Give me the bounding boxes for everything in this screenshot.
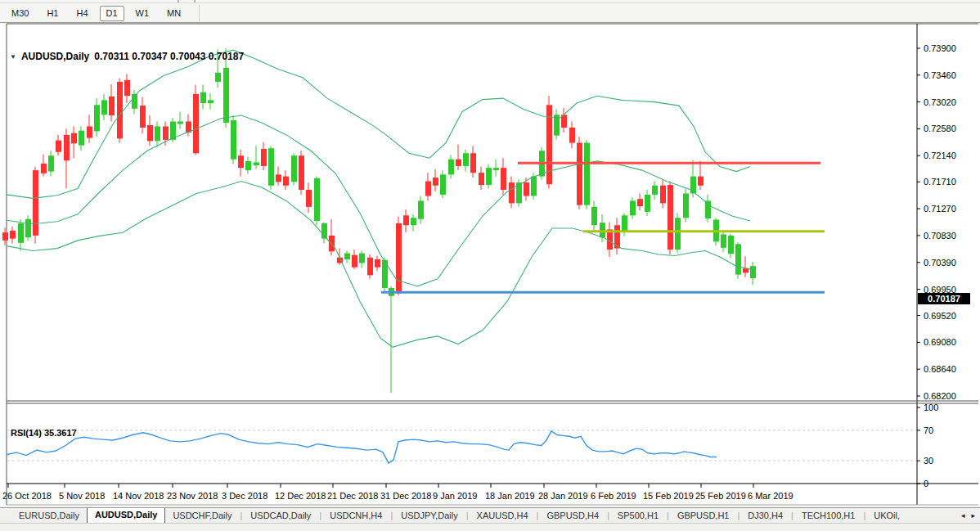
tab-dj30-h4[interactable]: DJ30,H4 xyxy=(740,509,790,523)
candle-body-down xyxy=(64,135,70,160)
candle-body-down xyxy=(668,185,673,250)
candle-body-down xyxy=(147,125,153,141)
date-axis-label: 6 Feb 2019 xyxy=(591,491,636,501)
candle-body-down xyxy=(71,133,77,144)
candle-body-up xyxy=(254,162,259,165)
date-axis-label: 9 Jan 2019 xyxy=(433,491,477,501)
candle-body-up xyxy=(48,155,54,171)
candle-body-down xyxy=(329,236,335,251)
chart-symbol-label: AUDUSD,Daily xyxy=(21,51,89,62)
candle-body-down xyxy=(403,215,409,225)
price-axis-label: 0.73460 xyxy=(924,70,956,80)
price-axis-label: 0.71270 xyxy=(924,204,956,214)
tab-xauusd-h4[interactable]: XAUUSD,H4 xyxy=(470,509,536,523)
candle-body-down xyxy=(299,155,304,190)
date-axis[interactable]: 26 Oct 20185 Nov 201814 Nov 201823 Nov 2… xyxy=(2,484,793,501)
candle-body-down xyxy=(117,82,123,138)
candle-body-up xyxy=(531,177,537,196)
candle-body-up xyxy=(675,218,681,250)
candle-body-down xyxy=(433,178,438,186)
candle-body-down xyxy=(193,94,199,153)
date-axis-label: 5 Nov 2018 xyxy=(59,491,105,501)
candle-body-up xyxy=(245,161,251,170)
candle-body-up xyxy=(721,234,726,247)
candle-body-down xyxy=(140,106,146,128)
candle-body-down xyxy=(2,232,8,241)
candle-body-down xyxy=(425,182,431,196)
candle-body-up xyxy=(448,160,454,175)
candle-body-up xyxy=(411,218,416,225)
candle-body-down xyxy=(396,223,402,294)
tab-tech100-h1[interactable]: TECH100,H1 xyxy=(794,509,862,523)
price-axis[interactable]: 0.739000.734600.730200.725800.721400.717… xyxy=(917,43,956,401)
candle-body-up xyxy=(101,100,107,115)
rsi-axis-label: 70 xyxy=(924,425,933,435)
chart-frame xyxy=(7,24,978,505)
candle-body-up xyxy=(440,174,446,195)
rsi-indicator-label: RSI(14) 35.3617 xyxy=(11,428,77,438)
chart-title: ▼ AUDUSD,Daily 0.70311 0.70347 0.70043 0… xyxy=(10,51,244,62)
rsi-pane: 10070300 xyxy=(7,403,938,488)
date-axis-label: 28 Jan 2019 xyxy=(538,491,588,501)
candle-body-down xyxy=(87,126,92,137)
scroll-right-icon[interactable]: ▸ xyxy=(971,511,975,520)
tab-usdjpy-daily[interactable]: USDJPY,Daily xyxy=(393,509,465,523)
candle-body-up xyxy=(215,73,221,82)
price-axis-label: 0.69080 xyxy=(924,337,956,347)
candle-body-up xyxy=(750,266,756,278)
tab-sp500-h1[interactable]: SP500,H1 xyxy=(610,509,666,523)
candle-body-up xyxy=(231,120,236,160)
date-axis-label: 25 Feb 2019 xyxy=(695,491,746,501)
tab-usdchf-daily[interactable]: USDCHF,Daily xyxy=(165,509,239,523)
date-axis-label: 3 Dec 2018 xyxy=(222,491,267,501)
candle-body-down xyxy=(577,143,582,205)
candle-body-up xyxy=(155,126,160,141)
tab-usdcnh-h4[interactable]: USDCNH,H4 xyxy=(322,509,389,523)
date-axis-label: 23 Nov 2018 xyxy=(167,491,218,501)
tab-usdcad-daily[interactable]: USDCAD,Daily xyxy=(243,509,318,523)
candle-body-down xyxy=(124,80,130,96)
candle-body-up xyxy=(591,207,597,225)
rsi-line xyxy=(7,431,717,463)
price-axis-label: 0.71710 xyxy=(924,177,956,187)
date-axis-label: 12 Dec 2018 xyxy=(275,491,326,501)
candle-body-down xyxy=(306,190,312,207)
date-axis-label: 6 Mar 2019 xyxy=(748,491,793,501)
candle-body-up xyxy=(291,155,297,182)
candle-body-down xyxy=(501,168,506,190)
candle-body-down xyxy=(41,164,47,173)
candle-body-up xyxy=(79,131,84,146)
candle-body-down xyxy=(10,231,16,239)
candle-body-up xyxy=(735,244,741,274)
scroll-left-icon[interactable]: ◂ xyxy=(961,511,965,520)
candle-body-down xyxy=(569,128,575,143)
price-axis-label: 0.73020 xyxy=(924,97,956,107)
candle-body-down xyxy=(524,182,529,196)
candle-body-up xyxy=(268,148,274,185)
tab-gbpusd-h4[interactable]: GBPUSD,H4 xyxy=(539,509,606,523)
candlesticks xyxy=(2,48,756,393)
date-axis-label: 14 Nov 2018 xyxy=(113,491,164,501)
tab-gbpusd-h1[interactable]: GBPUSD,H1 xyxy=(670,509,737,523)
tab-ukoil[interactable]: UKOil, xyxy=(866,509,907,523)
candle-body-up xyxy=(344,254,350,259)
candle-body-up xyxy=(622,215,627,232)
date-axis-label: 18 Jan 2019 xyxy=(485,491,535,501)
candle-body-down xyxy=(367,258,373,276)
candle-body-down xyxy=(470,153,476,173)
candle-body-up xyxy=(690,177,696,194)
candle-body-down xyxy=(261,149,267,166)
candle-body-up xyxy=(683,193,689,218)
rsi-axis-label: 30 xyxy=(924,456,933,466)
price-axis-label: 0.68640 xyxy=(924,364,956,374)
candle-body-up xyxy=(200,92,206,103)
tab-eurusd-daily[interactable]: EURUSD,Daily xyxy=(11,509,87,523)
date-axis-label: 15 Feb 2019 xyxy=(643,491,694,501)
tab-audusd-daily[interactable]: AUDUSD,Daily xyxy=(87,507,165,523)
candle-body-up xyxy=(418,200,424,218)
candle-body-down xyxy=(375,259,380,268)
candle-body-up xyxy=(584,143,590,205)
chevron-down-icon[interactable]: ▼ xyxy=(10,53,16,61)
chart-canvas[interactable]: 0.739000.734600.730200.725800.721400.717… xyxy=(0,0,980,531)
candle-body-up xyxy=(18,223,24,243)
